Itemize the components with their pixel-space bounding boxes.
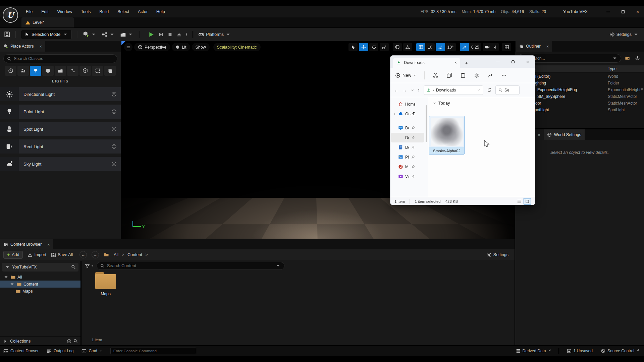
- breadcrumb-all[interactable]: All: [114, 252, 118, 257]
- explorer-file-area[interactable]: Today Smoke-Alpha02: [428, 97, 535, 197]
- search-icon[interactable]: [71, 265, 76, 269]
- light-item-sky[interactable]: Sky Light: [0, 157, 121, 171]
- column-type-header[interactable]: Type: [608, 66, 616, 71]
- asset-folder-maps[interactable]: Maps: [90, 272, 121, 296]
- menu-help[interactable]: Help: [152, 6, 169, 17]
- blueprints-button[interactable]: [102, 32, 115, 38]
- address-box[interactable]: › Downloads: [424, 85, 483, 95]
- tab-content-browser[interactable]: Content Browser ×: [0, 239, 53, 249]
- sidebar-scrollbar[interactable]: [425, 97, 428, 197]
- minimize-button[interactable]: [491, 56, 505, 68]
- light-item-directional[interactable]: Directional Light: [0, 87, 121, 101]
- play-options-button[interactable]: [184, 32, 189, 37]
- cut-icon[interactable]: [433, 72, 438, 78]
- light-item-rect[interactable]: Rect Light: [0, 139, 121, 154]
- content-drawer-button[interactable]: Content Drawer: [3, 349, 39, 354]
- rotate-tool-button[interactable]: [369, 43, 378, 51]
- perspective-dropdown[interactable]: Perspective: [134, 43, 170, 51]
- console-command-input[interactable]: Enter Console Command: [110, 348, 196, 354]
- category-cinematic-button[interactable]: [55, 66, 66, 76]
- scale-snap-button[interactable]: [460, 43, 469, 51]
- import-button[interactable]: Import: [28, 252, 46, 257]
- menu-select[interactable]: Select: [113, 6, 133, 17]
- add-collection-icon[interactable]: [67, 339, 71, 344]
- light-item-spot[interactable]: Spot Light: [0, 122, 121, 136]
- search-content-input[interactable]: Search Content: [97, 262, 284, 270]
- category-all-classes-button[interactable]: [104, 66, 116, 76]
- close-icon[interactable]: ×: [546, 44, 549, 49]
- rename-icon[interactable]: [474, 72, 480, 78]
- cmd-dropdown[interactable]: Cmd: [82, 349, 102, 354]
- eject-button[interactable]: [176, 32, 182, 37]
- thumbnail-view-button[interactable]: [524, 198, 531, 204]
- drag-grip-icon[interactable]: [111, 92, 117, 97]
- save-button[interactable]: [4, 31, 10, 38]
- explorer-search-input[interactable]: Se: [495, 85, 520, 95]
- derived-data-button[interactable]: Derived Data: [516, 349, 550, 353]
- maximize-button[interactable]: [620, 9, 626, 15]
- sidebar-item-desktop[interactable]: Desktop: [391, 123, 424, 133]
- explorer-tab-downloads[interactable]: Downloads ×: [393, 58, 460, 68]
- back-icon[interactable]: ←: [79, 251, 87, 258]
- forward-icon[interactable]: →: [402, 87, 407, 93]
- sidebar-item-home[interactable]: Home: [391, 99, 424, 109]
- tab-world-settings[interactable]: World Settings: [544, 129, 585, 140]
- close-button[interactable]: ×: [635, 9, 641, 15]
- category-lights-button[interactable]: [30, 66, 41, 76]
- refresh-icon[interactable]: [487, 88, 492, 93]
- sidebar-item-videos[interactable]: Videos: [391, 172, 424, 181]
- share-icon[interactable]: [488, 72, 493, 78]
- sidebar-item-pictures[interactable]: Pictures: [391, 152, 424, 162]
- output-log-button[interactable]: Output Log: [47, 349, 73, 354]
- drag-grip-icon[interactable]: [111, 109, 117, 114]
- frame-skip-button[interactable]: [158, 32, 164, 37]
- recent-locations-icon[interactable]: [411, 88, 414, 92]
- minimize-button[interactable]: [605, 9, 611, 15]
- cinematics-button[interactable]: [120, 32, 133, 38]
- move-tool-button[interactable]: [359, 43, 368, 51]
- light-item-point[interactable]: Point Light: [0, 105, 121, 119]
- rotation-snap-value[interactable]: 10°: [445, 43, 456, 51]
- paste-icon[interactable]: [460, 72, 466, 78]
- viewport-menu-button[interactable]: [124, 43, 132, 51]
- chevron-down-icon[interactable]: [477, 88, 480, 92]
- sidebar-item-music[interactable]: Music: [391, 162, 424, 172]
- source-control-button[interactable]: Source Control: [601, 349, 639, 353]
- category-geometry-button[interactable]: [79, 66, 91, 76]
- new-button[interactable]: New: [395, 73, 416, 78]
- menu-tools[interactable]: Tools: [76, 6, 95, 17]
- tree-item-maps[interactable]: Maps: [0, 288, 80, 295]
- tab-level[interactable]: Level*: [21, 17, 74, 27]
- search-icon[interactable]: [73, 339, 78, 343]
- world-space-button[interactable]: [393, 43, 402, 51]
- drag-grip-icon[interactable]: [111, 126, 117, 132]
- maximize-viewport-button[interactable]: [502, 43, 511, 51]
- grid-snap-button[interactable]: [416, 43, 425, 51]
- stop-button[interactable]: [168, 32, 172, 37]
- play-button[interactable]: [148, 32, 154, 38]
- close-button[interactable]: ×: [520, 56, 535, 68]
- save-all-button[interactable]: Save All: [51, 252, 73, 257]
- toolbar-settings-dropdown[interactable]: Settings: [609, 32, 639, 37]
- content-browser-settings-button[interactable]: Settings: [487, 252, 508, 257]
- close-icon[interactable]: ×: [39, 44, 42, 49]
- sidebar-item-onedrive[interactable]: OneDrive: [391, 109, 424, 119]
- tab-outliner[interactable]: Outliner ×: [516, 41, 552, 52]
- select-tool-button[interactable]: [348, 43, 358, 51]
- scalability-warning[interactable]: Scalability: Cinematic: [213, 43, 261, 51]
- create-folder-button[interactable]: [623, 54, 631, 62]
- scale-tool-button[interactable]: [380, 43, 389, 51]
- close-icon[interactable]: ×: [47, 242, 50, 247]
- forward-icon[interactable]: →: [92, 251, 99, 258]
- maximize-button[interactable]: [505, 56, 520, 68]
- sidebar-item-documents[interactable]: Documents: [391, 142, 424, 152]
- camera-speed-button[interactable]: [483, 43, 492, 51]
- back-icon[interactable]: ←: [394, 87, 398, 93]
- menu-window[interactable]: Window: [53, 6, 76, 17]
- group-header-today[interactable]: Today: [433, 101, 450, 106]
- platforms-dropdown[interactable]: Platforms: [198, 32, 231, 38]
- selection-mode-dropdown[interactable]: Selection Mode: [21, 30, 72, 39]
- category-volumes-button[interactable]: [92, 66, 103, 76]
- add-button[interactable]: + Add: [3, 251, 23, 259]
- close-tab-icon[interactable]: ×: [454, 60, 457, 65]
